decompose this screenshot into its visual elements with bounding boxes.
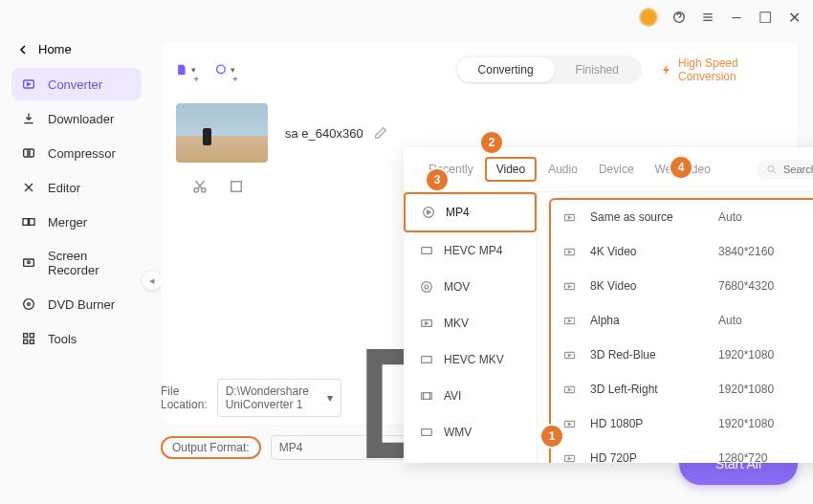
format-label: HEVC MP4 (444, 244, 502, 257)
sidebar-item-label: Converter (48, 77, 102, 92)
callout-3: 3 (427, 169, 448, 190)
preset-row[interactable]: AlphaAuto (551, 303, 813, 338)
format-hevc-mp4[interactable]: HEVC MP4 (404, 232, 537, 269)
panel-toolbar: +▾ +▾ Converting Finished High Speed Con… (176, 55, 782, 84)
add-file-button[interactable]: +▾ (176, 58, 196, 81)
svg-rect-19 (231, 182, 242, 192)
svg-point-10 (24, 299, 34, 310)
format-label: HEVC MKV (444, 353, 504, 366)
file-name: sa e_640x360 (285, 125, 782, 141)
preset-row[interactable]: HD 720P1280*720 (551, 441, 813, 463)
add-dvd-button[interactable]: +▾ (215, 58, 235, 81)
sidebar-item-merger[interactable]: Merger (11, 206, 142, 238)
format-wmv[interactable]: WMV (404, 414, 537, 450)
window-minimize[interactable]: – (729, 10, 744, 25)
sidebar-item-dvd-burner[interactable]: DVD Burner (11, 288, 142, 320)
format-column: MP4 HEVC MP4 MOV MKV HEVC MKV AVI WMV M4… (404, 192, 538, 463)
sidebar-item-converter[interactable]: Converter (11, 68, 142, 100)
preset-resolution: Auto (718, 314, 795, 327)
svg-rect-8 (24, 259, 34, 266)
rename-icon[interactable] (373, 125, 388, 141)
window-maximize[interactable]: ☐ (758, 10, 773, 25)
preset-name: HD 1080P (590, 417, 705, 430)
format-label: MP4 (446, 206, 470, 219)
sidebar-item-label: Compressor (48, 146, 116, 161)
sidebar-item-screen-recorder[interactable]: Screen Recorder (11, 240, 142, 286)
sidebar-item-compressor[interactable]: Compressor (11, 137, 142, 169)
sidebar-item-downloader[interactable]: Downloader (11, 102, 142, 135)
callout-1: 1 (541, 426, 562, 447)
back-home[interactable]: Home (11, 40, 142, 68)
format-m4v[interactable]: M4V (404, 450, 537, 463)
svg-point-9 (28, 261, 31, 264)
preset-name: 4K Video (590, 245, 705, 258)
video-icon (562, 314, 577, 328)
dvd-burner-icon (21, 296, 36, 312)
video-icon (562, 417, 577, 431)
format-avi[interactable]: AVI (404, 378, 537, 414)
seg-finished[interactable]: Finished (555, 57, 640, 82)
tools-icon (21, 331, 36, 346)
file-location-value: D:\Wondershare UniConverter 1 (226, 384, 327, 411)
svg-rect-13 (30, 334, 33, 338)
file-location-select[interactable]: D:\Wondershare UniConverter 1 ▾ (217, 379, 341, 417)
avatar[interactable] (639, 8, 658, 27)
svg-rect-28 (422, 429, 432, 436)
video-icon (562, 383, 577, 397)
format-mov[interactable]: MOV (404, 269, 537, 305)
support-icon[interactable] (671, 10, 687, 25)
format-mkv[interactable]: MKV (404, 305, 537, 341)
svg-rect-14 (24, 340, 28, 343)
preset-row[interactable]: 8K Video7680*4320 (551, 269, 813, 303)
preset-row[interactable]: 4K Video3840*2160 (551, 234, 813, 269)
wmv-icon (419, 425, 434, 440)
svg-point-23 (422, 282, 432, 293)
seg-converting[interactable]: Converting (457, 57, 555, 82)
preset-resolution: 7680*4320 (718, 279, 795, 293)
high-speed-toggle[interactable]: High Speed Conversion (661, 56, 782, 83)
preset-name: HD 720P (590, 451, 705, 463)
format-hevc-mkv[interactable]: HEVC MKV (404, 341, 537, 378)
tab-audio[interactable]: Audio (538, 159, 587, 180)
preset-column: Same as sourceAuto4K Video3840*21608K Vi… (538, 192, 813, 463)
tab-device[interactable]: Device (589, 159, 644, 180)
sidebar-item-label: DVD Burner (48, 297, 115, 312)
preset-resolution: 1920*1080 (718, 417, 795, 430)
video-icon (562, 348, 577, 362)
callout-2: 2 (481, 132, 502, 153)
preset-row[interactable]: Same as sourceAuto (551, 200, 813, 234)
preset-name: Alpha (590, 314, 705, 327)
sidebar-item-tools[interactable]: Tools (11, 322, 142, 355)
tab-video[interactable]: Video (485, 157, 537, 182)
svg-point-24 (425, 285, 428, 289)
svg-rect-15 (30, 340, 33, 343)
format-label: WMV (444, 426, 472, 439)
preset-name: Same as source (590, 210, 705, 224)
avi-icon (419, 388, 434, 404)
menu-icon[interactable] (700, 10, 715, 25)
video-icon (562, 451, 577, 464)
trim-icon[interactable] (191, 178, 209, 195)
preset-row[interactable]: 3D Red-Blue1920*1080 (551, 338, 813, 372)
state-segment: Converting Finished (455, 55, 642, 84)
search-input[interactable] (783, 164, 813, 175)
format-search[interactable] (757, 160, 813, 180)
preset-name: 3D Red-Blue (590, 348, 705, 362)
search-icon (766, 164, 778, 176)
video-thumbnail[interactable] (176, 103, 268, 163)
preset-row[interactable]: HD 1080P1920*1080 (551, 406, 813, 441)
format-mp4[interactable]: MP4 (404, 192, 537, 232)
hevc-mkv-icon (419, 352, 434, 367)
svg-rect-6 (23, 219, 28, 226)
sidebar-item-label: Editor (48, 181, 80, 195)
preset-resolution: 3840*2160 (718, 245, 795, 258)
file-location-label: File Location: (161, 384, 208, 411)
window-close[interactable]: ✕ (786, 10, 802, 25)
mkv-icon (419, 316, 434, 331)
crop-icon[interactable] (228, 178, 245, 195)
content-area: +▾ +▾ Converting Finished High Speed Con… (153, 34, 813, 504)
preset-row[interactable]: 3D Left-Right1920*1080 (551, 372, 813, 406)
preset-highlight-box: Same as sourceAuto4K Video3840*21608K Vi… (549, 198, 813, 463)
sidebar-item-editor[interactable]: Editor (11, 171, 142, 204)
format-popup: Recently Video Audio Device Web Video MP… (404, 147, 813, 463)
